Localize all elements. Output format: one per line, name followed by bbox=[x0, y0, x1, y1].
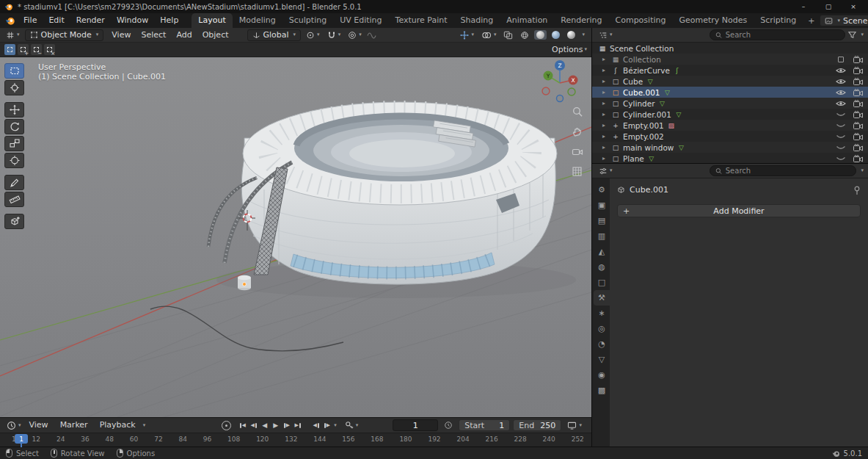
properties-tab-object-data[interactable]: ▽ bbox=[594, 352, 610, 367]
object-name[interactable]: Cylinder.001 bbox=[623, 110, 671, 119]
expand-icon[interactable]: ▸ bbox=[602, 133, 608, 140]
hide-in-viewport-toggle[interactable] bbox=[834, 155, 847, 162]
shading-wireframe-button[interactable] bbox=[518, 30, 531, 40]
editor-type-button[interactable]: ▾ bbox=[4, 29, 22, 41]
frame-start-field[interactable]: Start 1 bbox=[459, 419, 510, 431]
properties-tab-constraints[interactable]: ◔ bbox=[594, 336, 610, 352]
expand-icon[interactable]: ▸ bbox=[602, 56, 608, 62]
tool-annotate[interactable] bbox=[4, 175, 24, 190]
tool-cursor[interactable] bbox=[4, 80, 24, 95]
timeline-editor-type-button[interactable]: ▾ bbox=[4, 419, 23, 432]
gizmo-y-neg[interactable] bbox=[568, 88, 575, 95]
properties-tab-view-layer[interactable]: ▥ bbox=[594, 228, 610, 244]
menubar-menu[interactable]: Edit bbox=[43, 14, 70, 27]
select-mode-extend-button[interactable] bbox=[18, 44, 29, 55]
filter-funnel-icon[interactable] bbox=[848, 31, 856, 39]
workspace-tab[interactable]: Rendering bbox=[554, 13, 608, 28]
disable-in-renders-toggle[interactable] bbox=[850, 100, 865, 107]
workspace-tab[interactable]: Compositing bbox=[609, 13, 673, 28]
previous-keyframe-button[interactable]: ◀ bbox=[248, 420, 259, 430]
perspective-toggle-icon[interactable] bbox=[571, 165, 584, 178]
properties-tab-scene[interactable]: ◭ bbox=[594, 244, 610, 259]
zoom-icon[interactable] bbox=[571, 106, 584, 119]
menubar-menu[interactable]: Help bbox=[154, 14, 184, 27]
auto-keying-toggle[interactable] bbox=[222, 421, 231, 430]
snap-toggle-button[interactable]: ▾ bbox=[325, 29, 343, 41]
properties-editor-type-button[interactable]: ▾ bbox=[597, 165, 615, 177]
disable-in-renders-toggle[interactable] bbox=[850, 122, 865, 129]
object-name[interactable]: Cube bbox=[623, 77, 643, 86]
blender-menu-button[interactable] bbox=[3, 15, 18, 27]
object-name[interactable]: Cube.001 bbox=[623, 88, 660, 97]
menubar-menu[interactable]: File bbox=[18, 14, 43, 27]
toggle-xray-button[interactable] bbox=[501, 29, 515, 41]
outliner-row[interactable]: ▸ □ Plane ▽ bbox=[592, 153, 868, 162]
outliner-row[interactable]: ▸ □ Cube ▽ bbox=[592, 76, 868, 87]
properties-tab-output[interactable]: ▤ bbox=[594, 213, 610, 228]
frame-back-button[interactable]: ◀ bbox=[310, 420, 321, 430]
frame-end-field[interactable]: End 250 bbox=[513, 419, 561, 431]
outliner-row[interactable]: ▸ □ main window ▽ bbox=[592, 142, 868, 153]
outliner-editor-type-button[interactable]: ▾ bbox=[597, 29, 615, 41]
disable-in-renders-toggle[interactable] bbox=[850, 89, 865, 96]
pin-id-icon[interactable] bbox=[853, 186, 861, 195]
hide-in-viewport-toggle[interactable] bbox=[834, 122, 847, 129]
tool-move[interactable] bbox=[4, 102, 24, 118]
current-frame-field[interactable]: 1 bbox=[393, 419, 438, 431]
tool-add-cube[interactable] bbox=[4, 214, 24, 229]
outliner-row[interactable]: ▸ □ Cube.001 ▽ bbox=[592, 87, 868, 98]
playhead[interactable]: 1 bbox=[15, 434, 28, 444]
outliner-row[interactable]: ▸ ▦ Collection bbox=[592, 54, 868, 65]
workspace-tab[interactable]: Layout bbox=[192, 13, 232, 28]
select-mode-set-button[interactable] bbox=[4, 44, 15, 55]
hide-in-viewport-toggle[interactable] bbox=[834, 78, 847, 85]
properties-tab-tool[interactable]: ⚙ bbox=[594, 182, 610, 198]
shading-rendered-button[interactable] bbox=[565, 30, 577, 40]
outliner-row[interactable]: ▸ + Empty.001 ▨ bbox=[592, 120, 868, 131]
keying-set-button[interactable]: ▾ bbox=[343, 419, 361, 432]
expand-icon[interactable]: ▸ bbox=[602, 111, 608, 118]
minimize-button[interactable]: – bbox=[799, 3, 808, 10]
outliner-row[interactable]: ▸ ʃ BézierCurve ʃ bbox=[592, 65, 868, 76]
expand-icon[interactable]: ▸ bbox=[602, 155, 608, 162]
viewport-menu[interactable]: Add bbox=[171, 29, 197, 42]
close-button[interactable]: × bbox=[849, 3, 858, 10]
object-name[interactable]: Empty.002 bbox=[623, 132, 664, 141]
expand-icon[interactable]: ▸ bbox=[602, 89, 608, 95]
expand-icon[interactable]: ▸ bbox=[602, 67, 608, 73]
timeline-menu[interactable]: Marker bbox=[54, 419, 94, 432]
timeline-menu[interactable]: View bbox=[23, 419, 54, 432]
outliner-row[interactable]: ▸ + Empty.002 bbox=[592, 131, 868, 142]
expand-icon[interactable]: ▸ bbox=[602, 100, 608, 106]
disable-in-renders-toggle[interactable] bbox=[850, 144, 865, 151]
3d-viewport[interactable]: Z Y X User Perspective (1) Scene Collect… bbox=[0, 57, 591, 417]
object-name[interactable]: main window bbox=[623, 143, 674, 152]
viewport-canvas[interactable]: Z Y X bbox=[0, 57, 591, 417]
outliner-search-input[interactable] bbox=[726, 31, 840, 39]
properties-tab-world[interactable]: ◍ bbox=[594, 259, 610, 275]
workspace-tab[interactable]: Animation bbox=[500, 13, 554, 28]
timeline-menu[interactable]: Playback bbox=[94, 419, 142, 432]
jump-to-start-button[interactable]: ◀ bbox=[237, 420, 248, 430]
add-workspace-button[interactable]: + bbox=[803, 16, 820, 26]
mode-selector[interactable]: Object Mode ▾ bbox=[25, 29, 104, 41]
properties-tab-physics[interactable]: ◎ bbox=[594, 321, 610, 336]
hide-in-viewport-toggle[interactable] bbox=[834, 67, 847, 74]
outliner-row[interactable]: ▸ □ Cylinder.001 ▽ bbox=[592, 109, 868, 120]
expand-icon[interactable]: ▸ bbox=[602, 78, 608, 84]
properties-tab-object[interactable]: □ bbox=[594, 275, 610, 290]
properties-search[interactable] bbox=[710, 165, 856, 176]
expand-icon[interactable]: ▸ bbox=[602, 122, 608, 129]
proportional-editing-button[interactable]: ▾ bbox=[346, 29, 364, 41]
pivot-point-button[interactable]: ▾ bbox=[304, 29, 322, 41]
hide-in-viewport-toggle[interactable] bbox=[834, 144, 847, 151]
hide-in-viewport-toggle[interactable] bbox=[834, 133, 847, 140]
camera-view-icon[interactable] bbox=[571, 145, 584, 159]
show-gizmo-button[interactable]: ▾ bbox=[458, 29, 476, 41]
outliner-search[interactable] bbox=[710, 29, 845, 40]
shading-material-button[interactable] bbox=[550, 30, 562, 40]
menubar-menu[interactable]: Render bbox=[70, 14, 111, 27]
select-mode-difference-button[interactable] bbox=[44, 44, 55, 55]
playback-sync-button[interactable]: ▾ bbox=[565, 419, 584, 432]
properties-tab-texture[interactable]: ▩ bbox=[594, 383, 610, 398]
